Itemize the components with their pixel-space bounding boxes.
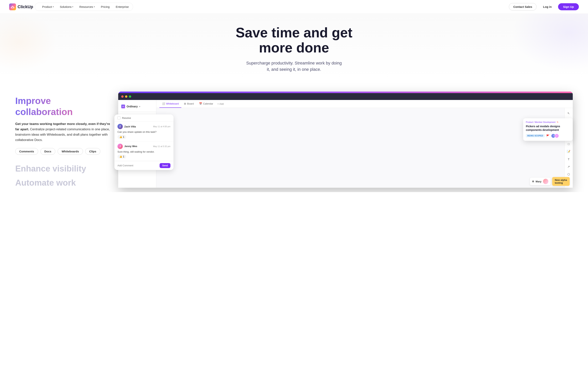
chat-message-jenny: J Jenny Wes May 11 at 5:32 pm Sure thing…: [114, 141, 174, 161]
whiteboard-icon: ⬜: [162, 102, 165, 105]
nav-menu-wrap: Product ▾ Solutions ▾ Resources ▾ Pricin…: [35, 3, 133, 11]
task-bottom-row: Mary New alphatesting: [527, 175, 573, 188]
chat-meta-jenny: J Jenny Wes May 11 at 5:32 pm: [117, 144, 170, 149]
chat-reaction-jenny[interactable]: 👍 1: [117, 155, 126, 159]
status-dot: [532, 181, 534, 182]
chevron-down-icon: ▾: [72, 6, 73, 8]
right-panel: Ordinary ▾ 🏠 Home ✉️ Inbox 9 ⋯ More: [118, 92, 573, 188]
reaction-emoji: 👍: [119, 136, 122, 138]
tab-calendar[interactable]: 📅 Calendar: [196, 100, 216, 108]
app-titlebar: [118, 93, 573, 100]
collaboration-desc: Get your teams working together more clo…: [15, 121, 111, 143]
text-tool[interactable]: T: [566, 156, 572, 162]
board-icon: ⊞: [184, 102, 186, 105]
feature-tags: Comments Docs Whiteboards Clips: [15, 148, 111, 155]
reaction-count: 1: [123, 155, 124, 158]
reaction-count: 1: [123, 136, 124, 138]
tab-add[interactable]: + Add: [217, 102, 224, 105]
mary-row: Mary: [530, 178, 550, 185]
chat-panel: Resolve Z Zach Villa May 11 at 4:00 pm C…: [114, 114, 174, 170]
chat-name-zach: Zach Villa: [124, 125, 136, 128]
resolve-label: Resolve: [122, 117, 131, 119]
contact-sales-button[interactable]: Contact Sales: [509, 3, 536, 11]
chevron-down-icon: ▾: [53, 6, 54, 8]
avatar-stack: Z J: [551, 134, 559, 138]
workspace-icon: [121, 105, 125, 108]
tag-docs[interactable]: Docs: [41, 148, 55, 155]
chat-reaction-zach[interactable]: 👍 1: [117, 135, 126, 139]
chevron-down-icon: ▾: [139, 106, 140, 107]
navbar: ClickUp Product ▾ Solutions ▾ Resources …: [0, 0, 588, 14]
chat-time-zach: May 11 at 4:00 pm: [153, 125, 170, 128]
left-panel: Improve collaboration Get your teams wor…: [15, 92, 111, 192]
app-tabs-row: ⬜ Whiteboard ⊞ Board 📅 Calendar + Add: [156, 100, 573, 108]
nav-solutions[interactable]: Solutions ▾: [57, 4, 76, 10]
app-header-gradient: [118, 92, 573, 93]
visibility-title: Enhance visibility: [15, 164, 111, 173]
task-card: Product / Member Development ↻ Pickers a…: [523, 118, 573, 140]
chat-time-jenny: May 11 at 5:32 pm: [153, 145, 170, 148]
tag-comments[interactable]: Comments: [15, 148, 38, 155]
chat-header: Resolve: [114, 114, 174, 121]
task-meta: BEING SCOPED 🚩 Z J: [526, 134, 570, 138]
avatar-zach: Z: [117, 124, 123, 129]
tag-clips[interactable]: Clips: [85, 148, 100, 155]
nav-menu: Product ▾ Solutions ▾ Resources ▾ Pricin…: [40, 4, 131, 10]
dot-red: [121, 95, 124, 98]
wb-canvas: [156, 108, 564, 188]
app-window: Ordinary ▾ 🏠 Home ✉️ Inbox 9 ⋯ More: [118, 92, 573, 188]
workspace-name: Ordinary: [126, 105, 138, 108]
nav-pricing[interactable]: Pricing: [98, 4, 112, 10]
login-button[interactable]: Log in: [539, 3, 556, 10]
send-button[interactable]: Send: [160, 163, 170, 168]
logo-icon: [9, 3, 16, 10]
sidebar-workspace[interactable]: Ordinary ▾: [118, 103, 156, 112]
hero-section: Save time and get more done Supercharge …: [0, 14, 588, 80]
nav-enterprise[interactable]: Enterprise: [113, 4, 131, 10]
nav-product[interactable]: Product ▾: [40, 4, 56, 10]
signup-button[interactable]: Sign Up: [558, 3, 579, 10]
note-tool[interactable]: 📝: [566, 148, 572, 154]
tab-whiteboard[interactable]: ⬜ Whiteboard: [159, 100, 181, 108]
mary-name: Mary: [536, 180, 541, 183]
resolve-checkbox[interactable]: [117, 116, 120, 119]
calendar-icon: 📅: [199, 102, 202, 105]
chevron-down-icon: ▾: [94, 6, 95, 8]
logo[interactable]: ClickUp: [9, 3, 33, 10]
arrow-tool[interactable]: ↗: [566, 164, 572, 170]
chat-input[interactable]: [117, 164, 158, 167]
chat-meta-zach: Z Zach Villa May 11 at 4:00 pm: [117, 124, 170, 129]
hero-subtitle: Supercharge productivity. Streamline wor…: [244, 60, 344, 73]
task-title: Pickers ad modals designs components dev…: [526, 125, 570, 131]
square-tool[interactable]: □: [566, 141, 572, 147]
new-alpha-badge: New alphatesting: [552, 177, 570, 186]
dot-yellow: [125, 95, 127, 98]
flag-icon: 🚩: [546, 134, 549, 137]
tag-whiteboards[interactable]: Whiteboards: [58, 148, 83, 155]
logo-text: ClickUp: [18, 4, 33, 9]
app-body: Ordinary ▾ 🏠 Home ✉️ Inbox 9 ⋯ More: [118, 100, 573, 188]
hero-title: Save time and get more done: [227, 25, 361, 55]
status-badge: BEING SCOPED: [526, 134, 545, 137]
avatar-jenny: J: [117, 144, 123, 149]
chat-name-jenny: Jenny Wes: [124, 145, 137, 148]
avatar-2: J: [555, 134, 559, 138]
chat-input-row: Send: [114, 161, 174, 170]
chat-text-jenny: Sure thing, still waiting for vendor.: [117, 150, 170, 154]
nav-resources[interactable]: Resources ▾: [77, 4, 97, 10]
collaboration-title: Improve collaboration: [15, 95, 111, 117]
sync-icon: ↻: [557, 121, 558, 123]
mary-avatar: [543, 179, 548, 184]
tab-board[interactable]: ⊞ Board: [181, 100, 196, 108]
nav-right: Contact Sales Log in Sign Up: [509, 3, 579, 11]
dot-green: [129, 95, 131, 98]
app-main: ⬜ Whiteboard ⊞ Board 📅 Calendar + Add: [156, 100, 573, 188]
chat-message-zach: Z Zach Villa May 11 at 4:00 pm Can you s…: [114, 121, 174, 141]
task-breadcrumb: Product / Member Development ↻: [526, 121, 570, 123]
main-content: Improve collaboration Get your teams wor…: [0, 80, 588, 192]
cursor-tool[interactable]: ↖: [566, 110, 572, 116]
nav-left: ClickUp Product ▾ Solutions ▾ Resources …: [9, 3, 133, 11]
bg-decoration-2: [0, 14, 57, 71]
reaction-emoji: 👍: [119, 155, 122, 158]
chat-text-zach: Can you share update on this task?: [117, 130, 170, 134]
